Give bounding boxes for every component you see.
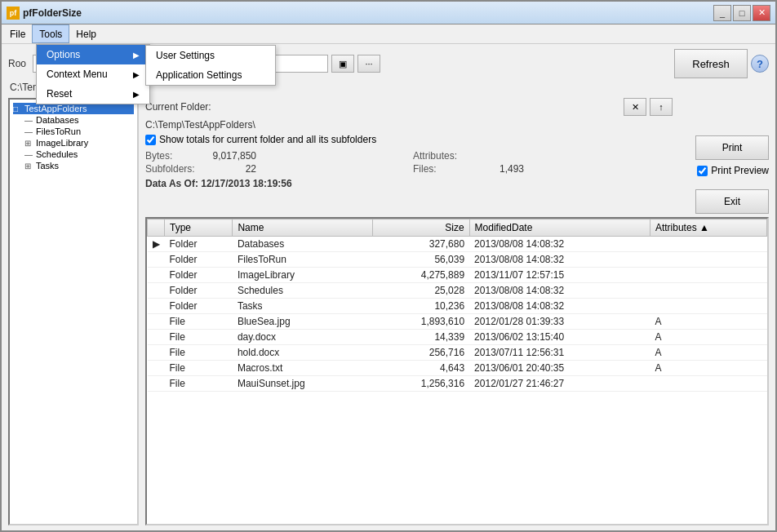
attr-cell: A <box>650 361 766 376</box>
name-cell: BlueSea.jpg <box>233 314 373 330</box>
table-row[interactable]: File Macros.txt 4,643 2013/06/01 20:40:3… <box>148 361 767 376</box>
name-cell: MauiSunset.jpg <box>233 376 373 392</box>
expander-icon: ⊞ <box>24 162 36 171</box>
print-preview-checkbox[interactable] <box>697 166 708 176</box>
titlebar-buttons: _ □ ✕ <box>713 5 770 21</box>
menu-tools-context-menu[interactable]: Context Menu ▶ <box>37 64 149 84</box>
size-cell: 256,716 <box>373 345 470 361</box>
up-folder-button[interactable]: ↑ <box>650 98 673 116</box>
tree-panel[interactable]: □ TestAppFolders — Databases — FilesToRu… <box>8 98 139 525</box>
show-totals-checkbox[interactable] <box>145 135 156 145</box>
menu-application-settings[interactable]: Application Settings <box>146 65 275 85</box>
exit-button[interactable]: Exit <box>695 189 769 214</box>
tree-item-databases[interactable]: — Databases <box>24 114 134 126</box>
current-folder-path: C:\Temp\TestAppFolders\ <box>145 119 673 131</box>
reset-arrow-icon: ▶ <box>133 90 140 99</box>
clear-folder-button[interactable]: ✕ <box>624 98 646 116</box>
print-preview-row: Print Preview <box>697 165 769 176</box>
arrow-cell <box>148 345 165 361</box>
table-row[interactable]: Folder ImageLibrary 4,275,889 2013/11/07… <box>148 268 767 283</box>
tree-item-filestorun[interactable]: — FilesToRun <box>24 126 134 137</box>
menu-tools[interactable]: Tools <box>32 24 69 43</box>
show-totals-label: Show totals for current folder and all i… <box>159 134 376 145</box>
menu-tools-options[interactable]: Options ▶ <box>37 45 149 64</box>
size-cell: 327,680 <box>373 237 470 252</box>
attributes-label: Attributes: <box>413 150 470 162</box>
subfolders-value: 22 <box>207 163 256 175</box>
arrow-cell <box>148 299 165 314</box>
attr-cell: A <box>650 314 766 330</box>
col-modified[interactable]: ModifiedDate <box>469 219 650 237</box>
print-button[interactable]: Print <box>695 135 769 160</box>
minimize-button[interactable]: _ <box>713 5 731 21</box>
table-row[interactable]: File day.docx 14,339 2013/06/02 13:15:40… <box>148 330 767 345</box>
date-cell: 2013/08/08 14:08:32 <box>469 283 650 299</box>
tree-item-imagelibrary[interactable]: ⊞ ImageLibrary <box>24 137 134 149</box>
bytes-label: Bytes: <box>145 150 202 162</box>
tree-label: FilesToRun <box>36 126 81 136</box>
type-cell: File <box>165 314 233 330</box>
date-cell: 2013/08/08 14:08:32 <box>469 252 650 268</box>
name-cell: hold.docx <box>233 345 373 361</box>
table-row[interactable]: Folder FilesToRun 56,039 2013/08/08 14:0… <box>148 252 767 268</box>
table-row[interactable]: File BlueSea.jpg 1,893,610 2012/01/28 01… <box>148 314 767 330</box>
type-cell: Folder <box>165 283 233 299</box>
help-icon[interactable]: ? <box>751 55 769 73</box>
attr-cell <box>650 237 766 252</box>
table-row[interactable]: File MauiSunset.jpg 1,256,316 2012/01/27… <box>148 376 767 392</box>
type-cell: File <box>165 345 233 361</box>
menu-user-settings[interactable]: User Settings <box>146 46 275 65</box>
titlebar: pf pfFolderSize _ □ ✕ <box>2 2 775 24</box>
table-row[interactable]: File hold.docx 256,716 2013/07/11 12:56:… <box>148 345 767 361</box>
attr-cell <box>650 252 766 268</box>
name-cell: FilesToRun <box>233 252 373 268</box>
right-area: Current Folder: ✕ ↑ C:\Temp\TestAppFolde… <box>145 98 769 525</box>
options-submenu: User Settings Application Settings <box>145 45 276 86</box>
tree-item-schedules[interactable]: — Schedules <box>24 149 134 160</box>
date-cell: 2012/01/27 21:46:27 <box>469 376 650 392</box>
left-area: □ TestAppFolders — Databases — FilesToRu… <box>8 98 139 525</box>
close-button[interactable]: ✕ <box>753 5 770 21</box>
menu-help[interactable]: Help <box>69 24 103 43</box>
expander-icon: — <box>24 127 36 136</box>
attr-cell <box>650 268 766 283</box>
menu-file[interactable]: File <box>3 24 32 43</box>
name-cell: Schedules <box>233 283 373 299</box>
table-row[interactable]: Folder Schedules 25,028 2013/08/08 14:08… <box>148 283 767 299</box>
name-cell: Macros.txt <box>233 361 373 376</box>
bytes-row: Bytes: 9,017,850 <box>145 150 405 162</box>
attributes-row: Attributes: <box>413 150 673 162</box>
date-cell: 2013/08/08 14:08:32 <box>469 299 650 314</box>
size-cell: 10,236 <box>373 299 470 314</box>
type-cell: Folder <box>165 252 233 268</box>
col-type[interactable]: Type <box>165 219 233 237</box>
col-size[interactable]: Size <box>373 219 470 237</box>
files-label: Files: <box>413 163 470 175</box>
arrow-cell: ▶ <box>148 237 165 252</box>
type-cell: File <box>165 361 233 376</box>
tree-item-tasks[interactable]: ⊞ Tasks <box>24 160 134 171</box>
col-arrow[interactable] <box>148 219 165 237</box>
size-cell: 1,256,316 <box>373 376 470 392</box>
table-row[interactable]: Folder Tasks 10,236 2013/08/08 14:08:32 <box>148 299 767 314</box>
date-cell: 2013/08/08 14:08:32 <box>469 237 650 252</box>
arrow-cell <box>148 314 165 330</box>
tree-label: Tasks <box>36 161 59 171</box>
folder-controls-row: Current Folder: ✕ ↑ C:\Temp\TestAppFolde… <box>145 98 769 214</box>
col-name[interactable]: Name <box>233 219 373 237</box>
window-title: pfFolderSize <box>23 7 713 19</box>
save-layout-button[interactable]: ▣ <box>331 55 354 73</box>
menu-tools-reset[interactable]: Reset ▶ <box>37 84 149 104</box>
more-options-button[interactable]: ··· <box>357 55 380 73</box>
expander-icon: □ <box>13 104 24 113</box>
menubar: File Tools Help Options ▶ Context Menu ▶… <box>2 24 775 44</box>
app-icon: pf <box>7 7 20 20</box>
bytes-value: 9,017,850 <box>207 150 256 162</box>
tree-item-testappfolders[interactable]: □ TestAppFolders <box>13 103 134 114</box>
type-cell: File <box>165 330 233 345</box>
maximize-button[interactable]: □ <box>733 5 751 21</box>
refresh-button[interactable]: Refresh <box>674 49 748 78</box>
file-table-container[interactable]: Type Name Size ModifiedDate Attributes ▲… <box>145 217 769 525</box>
col-attributes[interactable]: Attributes ▲ <box>650 219 766 237</box>
table-row[interactable]: ▶ Folder Databases 327,680 2013/08/08 14… <box>148 237 767 252</box>
